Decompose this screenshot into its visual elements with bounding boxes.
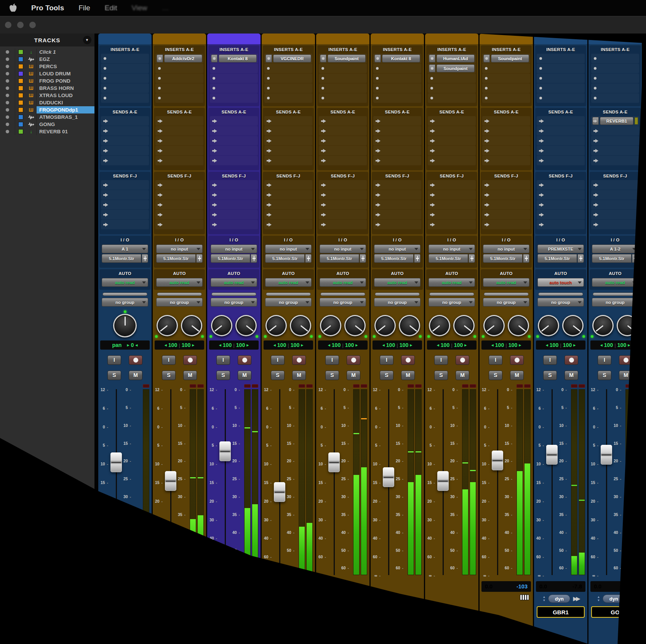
send-slot[interactable]: [155, 146, 203, 155]
menu-item-app[interactable]: Pro Tools: [31, 4, 64, 12]
send-slot[interactable]: [264, 116, 312, 126]
send-slot[interactable]: [482, 156, 530, 165]
send-slot[interactable]: [319, 220, 367, 229]
output-selector-button[interactable]: 5.1Montr.Str: [320, 254, 359, 263]
send-slot[interactable]: [537, 156, 585, 165]
send-slot[interactable]: [155, 116, 203, 126]
mute-button[interactable]: M: [401, 371, 415, 380]
input-monitor-button[interactable]: I: [107, 355, 121, 365]
send-slot[interactable]: [319, 180, 367, 190]
insert-plugin-button[interactable]: Kontakt 8: [382, 54, 420, 62]
volume-fader[interactable]: [546, 445, 558, 465]
insert-slot[interactable]: [537, 93, 585, 103]
insert-slot[interactable]: [537, 83, 585, 93]
insert-slot[interactable]: [155, 74, 203, 83]
insert-slot[interactable]: [537, 64, 585, 73]
mute-button[interactable]: M: [183, 371, 197, 380]
track-show-dot[interactable]: [6, 115, 9, 119]
insert-slot[interactable]: VGCINEDR: [264, 54, 312, 63]
apple-logo-icon[interactable]: [9, 3, 17, 13]
send-slot[interactable]: [319, 116, 367, 126]
clip-indicator[interactable]: [353, 384, 360, 388]
insert-slot[interactable]: [155, 83, 203, 93]
send-slot[interactable]: [264, 220, 312, 229]
insert-slot[interactable]: [373, 64, 421, 73]
automation-mode-button[interactable]: auto read: [429, 278, 475, 287]
automation-mode-button[interactable]: auto read: [211, 278, 257, 287]
output-window-button[interactable]: [523, 254, 529, 263]
insert-plugin-button[interactable]: Kontakt 8: [219, 54, 257, 62]
send-slot[interactable]: [101, 156, 149, 165]
clip-indicator[interactable]: [190, 384, 196, 388]
track-show-dot[interactable]: [6, 101, 9, 104]
insert-slot[interactable]: [264, 93, 312, 103]
clip-indicator[interactable]: [415, 384, 422, 388]
group-id-bar[interactable]: [157, 292, 202, 296]
insert-slot[interactable]: [101, 54, 149, 63]
solo-button[interactable]: S: [380, 371, 393, 380]
group-id-bar[interactable]: [593, 292, 638, 296]
send-slot[interactable]: [373, 220, 421, 229]
group-selector-button[interactable]: no group: [265, 298, 312, 307]
automation-mode-button[interactable]: auto touch: [537, 278, 584, 287]
insert-slot[interactable]: Kontakt 8: [373, 54, 421, 63]
output-window-button[interactable]: [196, 254, 203, 263]
send-slot[interactable]: [591, 156, 639, 165]
send-slot[interactable]: [101, 190, 149, 200]
track-nameplate[interactable]: GBR1: [537, 606, 585, 618]
output-selector-button[interactable]: 5.1Montr.Str: [156, 254, 196, 263]
output-window-button[interactable]: [632, 254, 638, 263]
solo-button[interactable]: S: [543, 371, 557, 380]
group-selector-button[interactable]: no group: [429, 298, 475, 307]
send-slot[interactable]: [210, 180, 258, 190]
send-slot[interactable]: [482, 116, 530, 126]
insert-slot[interactable]: [210, 83, 258, 93]
volume-fader[interactable]: [383, 467, 394, 487]
output-selector-button[interactable]: 5.1Montr.Str: [211, 254, 250, 263]
insert-slot[interactable]: [428, 93, 476, 103]
input-monitor-button[interactable]: I: [434, 355, 448, 365]
input-selector-button[interactable]: no input: [374, 244, 421, 253]
insert-slot[interactable]: [482, 74, 530, 83]
group-id-bar[interactable]: [484, 292, 529, 296]
clip-indicator[interactable]: [462, 384, 469, 388]
record-arm-button[interactable]: [510, 355, 524, 365]
group-selector-button[interactable]: no group: [592, 298, 638, 307]
send-slot[interactable]: [210, 156, 258, 165]
insert-power-button[interactable]: [374, 54, 381, 62]
send-slot[interactable]: [537, 136, 585, 145]
track-list-item[interactable]: ШDUDUCKI: [0, 99, 94, 106]
record-arm-button[interactable]: [129, 355, 142, 365]
automation-mode-button[interactable]: auto read: [374, 278, 421, 287]
send-slot[interactable]: [101, 146, 149, 155]
group-selector-button[interactable]: no group: [374, 298, 421, 307]
send-slot[interactable]: [482, 136, 530, 145]
insert-power-button[interactable]: [211, 54, 217, 62]
insert-slot[interactable]: [319, 74, 367, 83]
input-selector-button[interactable]: no input: [483, 244, 529, 253]
track-show-dot[interactable]: [6, 72, 9, 75]
pan-value-display[interactable]: ◀100|100▶: [318, 340, 368, 350]
send-slot[interactable]: [428, 200, 476, 209]
insert-slot[interactable]: [101, 74, 149, 83]
output-selector-button[interactable]: 5.1Montr.Str: [592, 254, 632, 263]
send-slot[interactable]: [101, 116, 149, 126]
send-slot[interactable]: [373, 116, 421, 126]
track-list-item[interactable]: ↓REVERB 01: [0, 128, 94, 135]
insert-power-button[interactable]: [265, 54, 272, 62]
send-slot[interactable]: [155, 136, 203, 145]
pan-knob-left[interactable]: [211, 315, 232, 336]
solo-button[interactable]: S: [216, 371, 230, 380]
insert-slot[interactable]: [373, 83, 421, 93]
mute-button[interactable]: M: [238, 371, 251, 380]
send-slot[interactable]: [264, 200, 312, 209]
volume-peak-display[interactable]: 0.0: [590, 581, 640, 592]
automation-mode-button[interactable]: auto read: [483, 278, 529, 287]
send-slot[interactable]: [591, 136, 639, 145]
send-slot[interactable]: [482, 126, 530, 136]
send-slot[interactable]: [101, 126, 149, 136]
volume-fader[interactable]: [219, 441, 231, 461]
send-slot[interactable]: [373, 126, 421, 136]
mute-button[interactable]: M: [564, 371, 578, 380]
insert-slot[interactable]: HumanLtAd: [428, 54, 476, 63]
